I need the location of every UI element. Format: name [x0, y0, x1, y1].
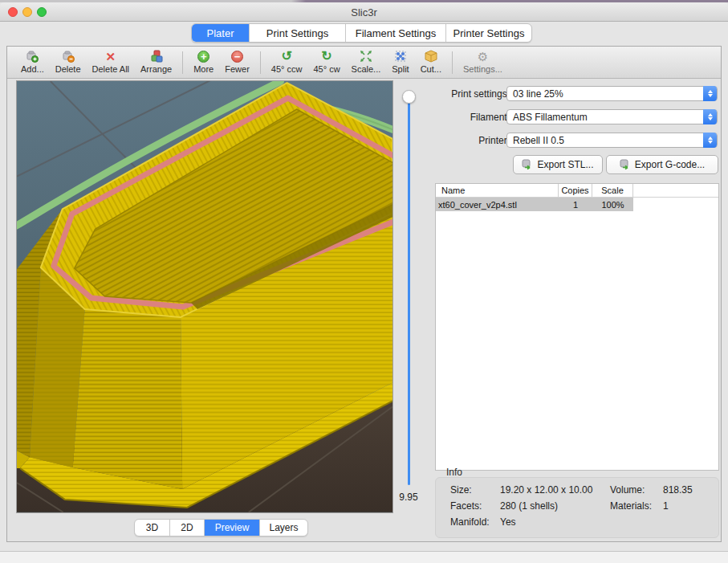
- table-row-selected[interactable]: xt60_cover_v2p4.stl 1 100%: [436, 198, 718, 211]
- main-tab-row: Plater Print Settings Filament Settings …: [0, 22, 728, 46]
- volume-label: Volume:: [610, 484, 645, 496]
- rotate-ccw-label: 45° ccw: [271, 64, 303, 74]
- materials-label: Materials:: [610, 500, 652, 512]
- view-mode-tabs: 3D 2D Preview Layers: [134, 519, 308, 536]
- filament-value: ABS Fillamentum: [513, 112, 588, 123]
- delete-label: Delete: [55, 64, 81, 74]
- size-label: Size:: [450, 484, 472, 496]
- cell-object-name: xt60_cover_v2p4.stl: [436, 198, 559, 211]
- toolbar-separator: [452, 51, 453, 74]
- export-stl-label: Export STL...: [537, 159, 593, 170]
- export-icon: [522, 159, 533, 170]
- export-gcode-button[interactable]: Export G-code...: [606, 155, 718, 174]
- fewer-button[interactable]: − Fewer: [219, 49, 255, 74]
- info-group-title: Info: [446, 467, 462, 478]
- manifold-value: Yes: [500, 516, 516, 528]
- scale-button[interactable]: Scale...: [346, 49, 387, 74]
- rotate-ccw-button[interactable]: ↺ 45° ccw: [266, 49, 308, 74]
- column-header-name[interactable]: Name: [436, 184, 559, 197]
- cell-scale: 100%: [592, 198, 633, 211]
- print-settings-label: Print settings:: [437, 88, 510, 100]
- settings-button[interactable]: ⚙ Settings...: [458, 49, 508, 74]
- cell-copies: 1: [559, 198, 592, 211]
- toolbar-separator: [260, 51, 261, 74]
- more-copies-icon: +: [197, 49, 209, 63]
- tab-printer-settings[interactable]: Printer Settings: [446, 24, 531, 42]
- more-button[interactable]: + More: [188, 49, 219, 74]
- arrange-label: Arrange: [140, 64, 172, 74]
- export-gcode-label: Export G-code...: [635, 159, 705, 170]
- rotate-cw-button[interactable]: ↻ 45° cw: [307, 49, 345, 74]
- status-bar: [0, 551, 728, 563]
- print-preview-render: [17, 81, 392, 512]
- rotate-ccw-icon: ↺: [281, 49, 291, 63]
- facets-value: 280 (1 shells): [500, 500, 558, 512]
- chevron-up-down-icon: [703, 109, 717, 124]
- add-button[interactable]: Add...: [15, 49, 50, 74]
- column-header-spacer: [633, 184, 718, 197]
- object-list-table: Name Copies Scale xt60_cover_v2p4.stl 1 …: [435, 183, 719, 471]
- filament-label: Filament:: [437, 112, 510, 123]
- chevron-up-down-icon: [703, 86, 717, 101]
- scale-icon: [359, 49, 373, 63]
- materials-value: 1: [663, 500, 669, 512]
- view-tab-3d[interactable]: 3D: [135, 520, 170, 536]
- tab-filament-settings[interactable]: Filament Settings: [346, 24, 446, 42]
- column-header-scale[interactable]: Scale: [592, 184, 633, 197]
- view-tab-layers[interactable]: Layers: [260, 520, 307, 536]
- split-label: Split: [392, 64, 409, 74]
- cut-button[interactable]: Cut...: [415, 49, 447, 74]
- view-tab-2d[interactable]: 2D: [170, 520, 205, 536]
- main-tab-group: Plater Print Settings Filament Settings …: [191, 23, 532, 43]
- printer-label: Printer:: [437, 135, 510, 146]
- fewer-label: Fewer: [225, 64, 250, 74]
- chevron-up-down-icon: [703, 133, 717, 148]
- plater-panel: Add... Delete ✕ Delete All: [6, 46, 722, 542]
- printer-select[interactable]: Rebell II 0.5: [506, 133, 718, 148]
- layer-slider-thumb[interactable]: [402, 90, 416, 104]
- print-settings-select[interactable]: 03 line 25%: [506, 86, 718, 101]
- toolbar-separator: [182, 51, 183, 74]
- split-icon: [393, 49, 408, 63]
- export-stl-button[interactable]: Export STL...: [513, 155, 603, 174]
- settings-label: Settings...: [463, 64, 502, 74]
- facets-label: Facets:: [450, 500, 482, 512]
- add-object-icon: [25, 49, 39, 63]
- fewer-copies-icon: −: [231, 49, 243, 63]
- toolbar: Add... Delete ✕ Delete All: [7, 47, 721, 79]
- delete-all-label: Delete All: [92, 64, 129, 74]
- volume-value: 818.35: [663, 484, 693, 496]
- delete-object-icon: [61, 49, 75, 63]
- layer-slider-track[interactable]: [408, 97, 410, 485]
- add-label: Add...: [21, 64, 44, 74]
- column-header-copies[interactable]: Copies: [559, 184, 592, 197]
- split-button[interactable]: Split: [386, 49, 414, 74]
- window-title: Slic3r: [0, 6, 728, 18]
- printer-value: Rebell II 0.5: [513, 135, 564, 146]
- arrange-button[interactable]: Arrange: [135, 49, 177, 74]
- settings-gear-icon: ⚙: [478, 49, 488, 63]
- tab-plater[interactable]: Plater: [192, 24, 250, 42]
- view-tab-preview[interactable]: Preview: [205, 520, 260, 536]
- size-value: 19.20 x 12.00 x 10.00: [500, 484, 592, 496]
- scale-label: Scale...: [352, 64, 381, 74]
- print-settings-value: 03 line 25%: [513, 88, 563, 100]
- table-header: Name Copies Scale: [436, 184, 718, 198]
- preview-3d-viewport[interactable]: [16, 80, 393, 513]
- title-bar: Slic3r: [0, 2, 728, 22]
- layer-slider-value: 9.95: [391, 492, 426, 503]
- cut-label: Cut...: [421, 64, 441, 74]
- export-icon: [620, 159, 631, 170]
- delete-button[interactable]: Delete: [50, 49, 87, 74]
- cut-icon: [424, 49, 438, 63]
- delete-all-icon: ✕: [106, 49, 116, 63]
- rotate-cw-label: 45° cw: [313, 64, 340, 74]
- rotate-cw-icon: ↻: [321, 49, 331, 63]
- info-group-box: Size: 19.20 x 12.00 x 10.00 Volume: 818.…: [435, 477, 719, 538]
- filament-select[interactable]: ABS Fillamentum: [506, 109, 718, 124]
- more-label: More: [193, 64, 214, 74]
- arrange-icon: [149, 49, 164, 63]
- tab-print-settings[interactable]: Print Settings: [250, 24, 346, 42]
- manifold-label: Manifold:: [450, 516, 490, 528]
- delete-all-button[interactable]: ✕ Delete All: [87, 49, 135, 74]
